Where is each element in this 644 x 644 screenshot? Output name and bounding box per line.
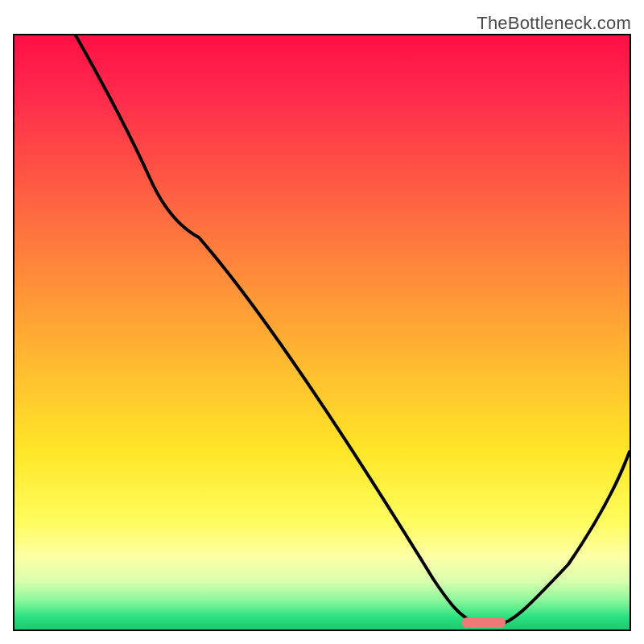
chart-frame <box>13 34 631 631</box>
curve-bottleneck <box>76 35 630 624</box>
watermark-text: TheBottleneck.com <box>477 13 631 34</box>
marker-optimal <box>462 617 506 628</box>
chart-plot-svg <box>14 35 630 630</box>
